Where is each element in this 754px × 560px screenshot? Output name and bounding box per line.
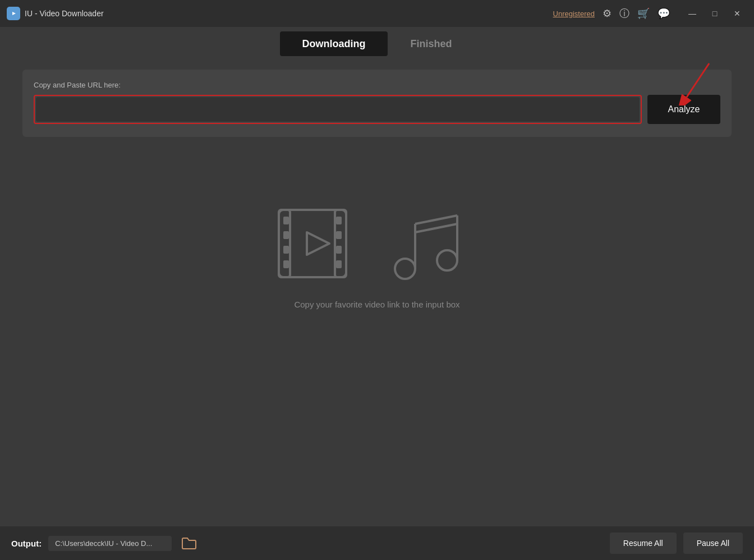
svg-rect-7 bbox=[283, 217, 289, 224]
svg-point-18 bbox=[437, 250, 457, 270]
window-controls: — □ ✕ bbox=[682, 6, 747, 21]
tab-bar: Downloading Finished bbox=[0, 27, 754, 61]
svg-point-16 bbox=[395, 259, 415, 279]
url-input-wrapper bbox=[34, 95, 642, 124]
tab-finished[interactable]: Finished bbox=[388, 31, 474, 56]
empty-icons bbox=[273, 204, 481, 288]
url-label: Copy and Paste URL here: bbox=[34, 81, 720, 89]
folder-icon[interactable] bbox=[178, 533, 200, 554]
url-row: Analyze bbox=[34, 95, 720, 124]
info-icon[interactable]: ⓘ bbox=[619, 7, 629, 20]
close-button[interactable]: ✕ bbox=[727, 6, 747, 21]
analyze-button[interactable]: Analyze bbox=[647, 95, 720, 124]
pause-all-button[interactable]: Pause All bbox=[683, 533, 743, 554]
svg-line-21 bbox=[415, 224, 457, 232]
empty-state: Copy your favorite video link to the inp… bbox=[0, 204, 754, 309]
title-bar-right: Unregistered ⚙ ⓘ 🛒 💬 — □ ✕ bbox=[553, 6, 747, 21]
maximize-button[interactable]: □ bbox=[705, 6, 725, 21]
svg-marker-15 bbox=[307, 232, 329, 255]
svg-rect-14 bbox=[336, 260, 342, 268]
svg-rect-8 bbox=[283, 231, 289, 239]
svg-rect-12 bbox=[336, 231, 342, 239]
settings-icon[interactable]: ⚙ bbox=[603, 7, 612, 20]
title-bar-left: IU - Video Downloader bbox=[7, 7, 104, 20]
chat-icon[interactable]: 💬 bbox=[658, 7, 670, 20]
cart-icon[interactable]: 🛒 bbox=[637, 7, 650, 20]
output-path: C:\Users\decck\IU - Video D... bbox=[48, 536, 172, 551]
svg-rect-10 bbox=[283, 260, 289, 268]
resume-all-button[interactable]: Resume All bbox=[610, 533, 677, 554]
main-content-wrapper: Copy and Paste URL here: Analyze bbox=[0, 61, 754, 137]
app-title: IU - Video Downloader bbox=[25, 9, 104, 18]
main-content: Copy and Paste URL here: Analyze bbox=[22, 70, 732, 137]
minimize-button[interactable]: — bbox=[682, 6, 702, 21]
svg-rect-11 bbox=[336, 217, 342, 224]
tab-downloading[interactable]: Downloading bbox=[280, 31, 388, 56]
unregistered-link[interactable]: Unregistered bbox=[553, 10, 595, 18]
svg-rect-13 bbox=[336, 246, 342, 254]
title-bar: IU - Video Downloader Unregistered ⚙ ⓘ 🛒… bbox=[0, 0, 754, 27]
empty-state-message: Copy your favorite video link to the inp… bbox=[294, 300, 459, 309]
bottom-bar: Output: C:\Users\decck\IU - Video D... R… bbox=[0, 526, 754, 560]
app-icon bbox=[7, 7, 20, 20]
music-note-icon bbox=[380, 204, 481, 288]
url-input[interactable] bbox=[36, 97, 640, 122]
output-label: Output: bbox=[11, 539, 42, 548]
svg-rect-9 bbox=[283, 246, 289, 254]
svg-line-20 bbox=[415, 215, 457, 224]
film-strip-icon bbox=[273, 204, 363, 288]
